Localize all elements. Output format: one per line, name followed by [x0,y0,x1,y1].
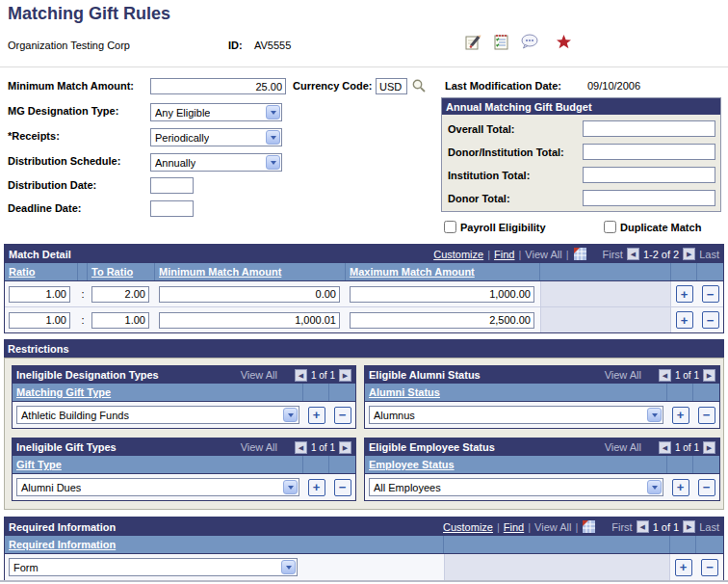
column-required-information[interactable]: Required Information [9,539,116,550]
min-amount-input[interactable] [159,312,340,329]
search-icon[interactable] [411,78,427,95]
alumni-status-select[interactable]: Alumnus [369,406,663,424]
prev-arrow-icon[interactable]: ◀ [637,520,649,533]
donor-institution-total-input[interactable] [583,144,715,160]
view-all-link[interactable]: View All [241,369,277,381]
grid-header-row: Gift Type [13,456,355,474]
column-ratio[interactable]: Ratio [9,266,36,278]
checklist-icon[interactable] [493,33,511,53]
view-all-link[interactable]: View All [241,441,277,453]
find-link[interactable]: Find [494,249,514,260]
first-label[interactable]: First [611,521,632,533]
max-amount-input[interactable] [350,286,534,303]
find-link[interactable]: Find [504,521,524,533]
chevron-down-icon [647,408,662,422]
delete-row-button[interactable]: − [702,285,719,303]
delete-row-button[interactable]: − [698,407,715,424]
grid-header-row: Alumni Status [365,384,719,402]
comment-icon[interactable] [520,33,539,53]
empty-cell [444,554,670,580]
separator: | [518,249,521,260]
next-arrow-icon[interactable]: ▶ [683,520,695,533]
add-row-button[interactable]: + [308,479,325,496]
column-gift-type[interactable]: Gift Type [16,459,62,470]
column-min-match[interactable]: Minimum Match Amount [159,266,281,278]
last-label[interactable]: Last [699,521,719,533]
grid-download-icon[interactable] [573,247,587,263]
add-row-button[interactable]: + [676,285,693,303]
delete-row-button[interactable]: − [334,479,351,496]
column-to-ratio[interactable]: To Ratio [91,266,133,278]
donor-institution-total-label: Donor/Institution Total: [448,146,564,158]
column-employee-status[interactable]: Employee Status [369,459,455,470]
min-amount-input[interactable] [159,286,340,303]
dist-schedule-select[interactable]: Annually [150,153,282,172]
grid-titlebar: Eligible Alumni Status View All ◀ 1 of 1… [365,366,719,384]
favorite-star-icon[interactable] [556,34,572,52]
next-arrow-icon[interactable]: ▶ [703,441,715,454]
gift-type-select[interactable]: Alumni Dues [16,478,299,496]
institution-total-input[interactable] [583,167,715,183]
prev-arrow-icon[interactable]: ◀ [659,369,671,382]
view-all-link[interactable]: View All [605,441,641,453]
to-ratio-input[interactable] [91,312,149,329]
match-detail-toolbar: Customize | Find | View All | First ◀ 1-… [433,245,719,263]
add-row-button[interactable]: + [676,311,693,329]
last-label[interactable]: Last [699,249,719,260]
customize-link[interactable]: Customize [433,249,483,260]
view-all-link[interactable]: View All [605,369,641,381]
column-matching-gift-type[interactable]: Matching Gift Type [16,386,111,398]
delete-row-button[interactable]: − [334,407,351,424]
view-all-link[interactable]: View All [534,521,571,533]
next-arrow-icon[interactable]: ▶ [683,248,695,260]
first-label[interactable]: First [603,249,623,260]
separator: | [528,521,531,533]
next-arrow-icon[interactable]: ▶ [339,369,351,382]
column-alumni-status[interactable]: Alumni Status [369,386,440,398]
required-info-titlebar: Required Information Customize | Find | … [5,518,723,536]
prev-arrow-icon[interactable]: ◀ [295,369,307,382]
match-detail-titlebar: Match Detail Customize | Find | View All… [5,245,723,263]
mg-designation-select[interactable]: Any Eligible [150,103,282,121]
next-arrow-icon[interactable]: ▶ [339,441,351,454]
ratio-input[interactable] [9,286,70,303]
grid-download-icon[interactable] [582,519,596,536]
matching-gift-type-select[interactable]: Athletic Building Funds [16,406,299,424]
dist-date-input[interactable] [150,177,194,194]
grid-titlebar: Ineligible Designation Types View All ◀ … [13,366,355,384]
customize-link[interactable]: Customize [443,521,493,533]
donor-total-input[interactable] [583,190,715,206]
delete-row-button[interactable]: − [698,479,715,496]
prev-arrow-icon[interactable]: ◀ [295,441,307,454]
receipts-select[interactable]: Periodically [150,128,282,146]
grid-range: 1 of 1 [311,370,335,381]
currency-code-input[interactable] [376,78,407,94]
grid-range: 1 of 1 [675,442,699,453]
alumni-status-value: Alumnus [374,410,415,421]
next-arrow-icon[interactable]: ▶ [703,369,715,382]
delete-row-button[interactable]: − [702,311,719,329]
ratio-input[interactable] [9,312,70,329]
duplicate-match-checkbox[interactable] [604,221,616,233]
prev-arrow-icon[interactable]: ◀ [627,248,639,260]
view-all-link[interactable]: View All [525,249,561,260]
to-ratio-input[interactable] [91,286,149,303]
add-row-button[interactable]: + [308,407,325,424]
prev-arrow-icon[interactable]: ◀ [659,441,671,454]
payroll-eligibility-checkbox[interactable] [444,221,456,233]
deadline-date-input[interactable] [150,200,194,217]
add-row-button[interactable]: + [672,479,689,496]
add-row-button[interactable]: + [675,559,692,576]
required-info-select[interactable]: Form [9,558,298,576]
dist-schedule-label: Distribution Schedule: [8,155,120,167]
employee-status-select[interactable]: All Employees [369,478,663,496]
add-row-button[interactable]: + [672,407,689,424]
column-max-match[interactable]: Maximum Match Amount [350,266,475,278]
empty-cell [540,307,671,332]
delete-row-button[interactable]: − [701,559,718,576]
grid-range: 1 of 1 [675,370,699,381]
overall-total-input[interactable] [583,120,715,137]
min-match-input[interactable] [150,78,286,94]
edit-note-icon[interactable] [465,33,483,53]
max-amount-input[interactable] [350,312,534,329]
